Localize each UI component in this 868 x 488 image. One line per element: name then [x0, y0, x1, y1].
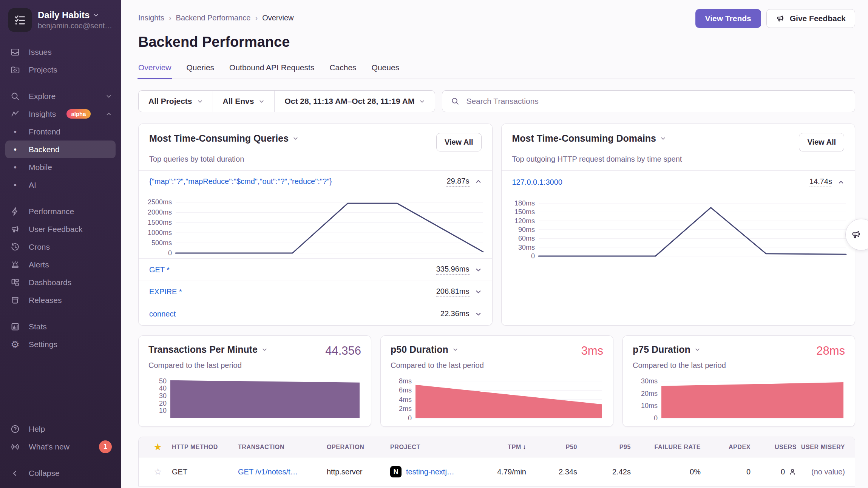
app-logo-icon — [8, 8, 32, 32]
domain-link[interactable]: 127.0.0.1:3000 — [512, 178, 809, 187]
col-failure-rate[interactable]: Failure Rate — [631, 444, 701, 451]
col-project[interactable]: Project — [390, 444, 481, 451]
give-feedback-button[interactable]: Give Feedback — [766, 9, 855, 28]
query-total-duration: 206.81ms — [436, 287, 470, 297]
query-link[interactable]: GET * — [149, 266, 436, 274]
sidebar-item-explore[interactable]: Explore — [5, 87, 116, 105]
broadcast-icon — [9, 442, 21, 452]
chevron-down-icon — [660, 136, 666, 141]
p50-card-title[interactable]: p50 Duration — [391, 344, 458, 355]
col-p50[interactable]: P50 — [526, 444, 577, 451]
chevron-down-icon — [262, 347, 267, 352]
star-icon[interactable]: ★ — [144, 442, 172, 452]
chevron-down-icon[interactable] — [475, 267, 482, 273]
tab-queries[interactable]: Queries — [187, 63, 215, 79]
sidebar-item-settings[interactable]: ⚙ Settings — [5, 335, 116, 353]
sidebar-item-issues[interactable]: Issues — [5, 43, 116, 61]
chevron-down-icon[interactable] — [475, 311, 482, 317]
topbar: Insights › Backend Performance › Overvie… — [138, 9, 855, 28]
chevron-down-icon — [93, 12, 99, 18]
tab-bar: Overview Queries Outbound API Requests C… — [138, 63, 855, 79]
domains-card-title[interactable]: Most Time-Consuming Domains — [512, 133, 666, 144]
sidebar: Daily Habits benjamin.coe@sent… Issues — [0, 0, 121, 488]
sidebar-item-alerts[interactable]: Alerts — [5, 256, 116, 273]
chevron-up-icon[interactable] — [838, 179, 844, 185]
p75-card-title[interactable]: p75 Duration — [633, 344, 700, 355]
search-transactions-input[interactable] — [465, 96, 846, 106]
tab-queues[interactable]: Queues — [372, 63, 400, 79]
query-link[interactable]: connect — [149, 310, 440, 318]
col-tpm[interactable]: TPM↓ — [481, 443, 526, 451]
sidebar-item-ai[interactable]: • AI — [5, 176, 116, 194]
col-apdex[interactable]: Apdex — [701, 444, 751, 451]
domain-time-spent: 14.74s — [809, 177, 832, 187]
query-link[interactable]: EXPIRE * — [149, 287, 436, 296]
whats-new-count-badge: 1 — [99, 440, 112, 453]
date-range-filter[interactable]: Oct 28, 11:13 AM–Oct 28, 11:19 AM — [274, 91, 435, 112]
queries-card-title[interactable]: Most Time-Consuming Queries — [149, 133, 298, 144]
chevron-down-icon — [106, 93, 112, 99]
sidebar-item-releases[interactable]: Releases — [5, 291, 116, 309]
svg-text:30: 30 — [159, 392, 167, 400]
cell-transaction-link[interactable]: GET /v1/notes/t… — [238, 468, 327, 476]
domain-row-expanded: 127.0.0.1:3000 14.74s — [502, 171, 855, 193]
tab-outbound-api-requests[interactable]: Outbound API Requests — [229, 63, 314, 79]
domains-view-all-button[interactable]: View All — [799, 133, 844, 151]
sidebar-item-stats[interactable]: Stats — [5, 318, 116, 335]
megaphone-icon — [776, 14, 785, 23]
star-outline-icon[interactable]: ☆ — [144, 466, 172, 477]
sidebar-item-user-feedback[interactable]: User Feedback — [5, 220, 116, 238]
bullet-icon: • — [9, 128, 21, 136]
sidebar-item-whats-new[interactable]: What's new 1 — [5, 438, 116, 456]
query-link[interactable]: {"map":"?","mapReduce":"$cmd","out":"?",… — [149, 177, 446, 186]
alpha-badge: alpha — [66, 109, 90, 119]
col-users[interactable]: Users — [751, 444, 797, 451]
chevron-left-icon — [9, 469, 21, 478]
chevron-down-icon — [695, 347, 700, 352]
breadcrumb-separator: › — [255, 14, 258, 22]
sidebar-collapse-button[interactable]: Collapse — [5, 464, 116, 482]
chevron-up-icon[interactable] — [475, 178, 482, 185]
project-link[interactable]: testing-nextj… — [406, 468, 454, 476]
breadcrumb-backend-performance[interactable]: Backend Performance — [176, 14, 251, 22]
col-p95[interactable]: P95 — [577, 444, 631, 451]
col-operation[interactable]: Operation — [327, 444, 390, 451]
view-trends-button[interactable]: View Trends — [695, 9, 761, 28]
svg-text:500ms: 500ms — [151, 239, 172, 247]
queries-duration-chart: 2500ms2000ms1500ms1000ms500ms0 — [141, 193, 485, 258]
p50-chart: 8ms6ms4ms2ms0 — [391, 375, 603, 420]
search-transactions-box — [442, 90, 855, 112]
org-switcher[interactable]: Daily Habits benjamin.coe@sent… — [0, 8, 121, 32]
filter-row: All Projects All Envs Oct 28, 11:13 AM–O… — [138, 90, 855, 112]
chevron-down-icon[interactable] — [475, 289, 482, 295]
sidebar-item-performance[interactable]: Performance — [5, 202, 116, 220]
tpm-chart: 5040302010 — [148, 375, 361, 420]
sidebar-item-mobile[interactable]: • Mobile — [5, 158, 116, 176]
sidebar-item-projects[interactable]: Projects — [5, 61, 116, 79]
sidebar-item-insights[interactable]: Insights alpha — [5, 105, 116, 123]
org-email: benjamin.coe@sent… — [38, 22, 112, 30]
archive-box-icon — [9, 295, 21, 305]
col-http-method[interactable]: HTTP Method — [172, 444, 238, 451]
environment-filter[interactable]: All Envs — [213, 91, 275, 112]
tpm-card-title[interactable]: Transactions Per Minute — [148, 344, 267, 355]
most-time-consuming-domains-card: Most Time-Consuming Domains View All Top… — [501, 124, 856, 326]
cell-http-method: GET — [172, 468, 238, 476]
sidebar-item-help[interactable]: Help — [5, 420, 116, 438]
bullet-icon: • — [9, 145, 21, 154]
project-filter[interactable]: All Projects — [139, 91, 213, 112]
page-filter-group: All Projects All Envs Oct 28, 11:13 AM–O… — [138, 90, 435, 112]
col-user-misery[interactable]: User Misery — [797, 444, 845, 451]
tab-caches[interactable]: Caches — [329, 63, 356, 79]
queries-view-all-button[interactable]: View All — [436, 133, 482, 151]
sidebar-item-crons[interactable]: Crons — [5, 238, 116, 256]
sidebar-item-frontend[interactable]: • Frontend — [5, 123, 116, 141]
sidebar-item-backend[interactable]: • Backend — [5, 141, 116, 158]
tab-overview[interactable]: Overview — [138, 63, 171, 79]
domains-duration-chart: 180ms150ms120ms90ms60ms30ms0 — [504, 194, 848, 261]
svg-text:50: 50 — [159, 377, 167, 385]
sidebar-item-dashboards[interactable]: Dashboards — [5, 273, 116, 291]
col-transaction[interactable]: Transaction — [238, 444, 327, 451]
breadcrumb-insights[interactable]: Insights — [138, 14, 164, 22]
svg-text:1000ms: 1000ms — [148, 229, 172, 236]
